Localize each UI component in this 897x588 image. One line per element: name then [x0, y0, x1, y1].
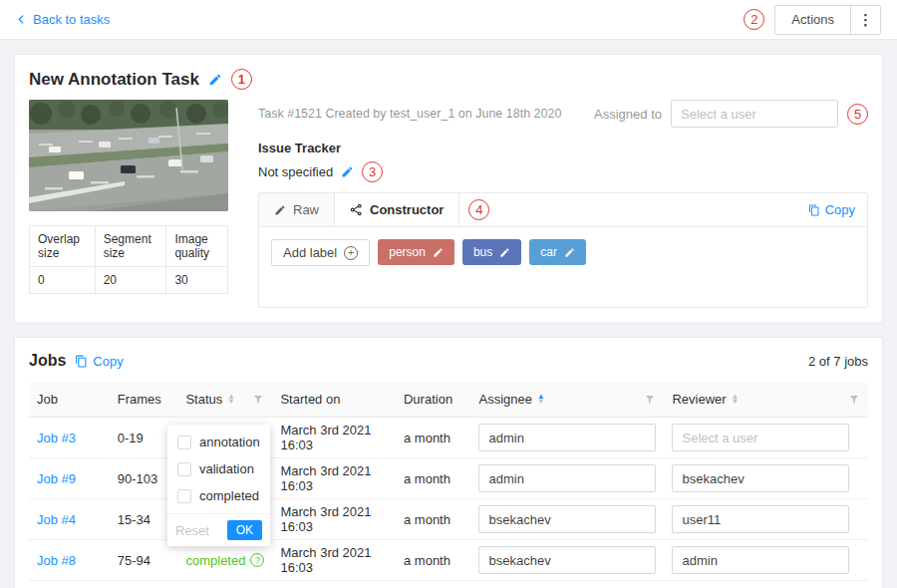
assigned-to-label: Assigned to [594, 107, 662, 122]
copy-icon [808, 204, 820, 216]
jobs-count: 2 of 7 jobs [808, 354, 868, 369]
annotation-circle-4: 4 [468, 199, 489, 220]
param-value: 0 [30, 267, 96, 294]
caret-down-icon: ▼ [227, 400, 234, 405]
label-name: car [540, 245, 557, 259]
frames-value: 15-34 [118, 512, 150, 527]
col-duration: Duration [404, 392, 452, 407]
add-label-button[interactable]: Add label + [271, 239, 370, 266]
annotation-circle-1: 1 [231, 69, 252, 90]
issue-tracker-value: Not specified [258, 164, 333, 179]
reset-button[interactable]: Reset [175, 523, 209, 538]
caret-down-icon: ▼ [537, 400, 544, 405]
job-link[interactable]: Job #8 [37, 553, 76, 568]
caret-down-icon: ▼ [732, 400, 739, 405]
reviewer-input[interactable] [672, 546, 849, 574]
edit-label-icon[interactable] [433, 247, 444, 258]
assignee-input[interactable] [478, 546, 656, 574]
sort-reviewer[interactable]: ▲▼ [732, 395, 739, 404]
option-label: completed [199, 488, 259, 503]
tab-raw-label: Raw [293, 202, 319, 217]
task-meta-text: Task #1521 Created by test_user_1 on Jun… [258, 107, 561, 121]
status-filter-dropdown: annotation validation completed Reset OK [167, 425, 270, 546]
table-row: Job #8 75-94 completed ? March 3rd 2021 … [29, 540, 868, 581]
more-actions-button[interactable]: ⋮ [851, 5, 881, 35]
task-parameters-table: Overlap size Segment size Image quality … [29, 225, 228, 294]
copy-icon [75, 355, 88, 368]
status-value: completed ? [185, 553, 264, 568]
actions-button-group: Actions ⋮ [774, 5, 881, 35]
reviewer-input[interactable] [672, 505, 849, 533]
frames-value: 75-94 [118, 553, 150, 568]
chevron-left-icon [16, 14, 27, 25]
question-circle-icon[interactable]: ? [250, 553, 264, 567]
plus-circle-icon: + [344, 246, 358, 260]
label-name: bus [473, 245, 492, 259]
pencil-icon [274, 204, 286, 216]
assigned-to-input[interactable] [671, 100, 838, 128]
status-filter-option-completed[interactable]: completed [167, 482, 270, 509]
sort-status[interactable]: ▲▼ [227, 395, 234, 404]
reviewer-input[interactable] [672, 464, 849, 492]
label-name: person [389, 245, 426, 259]
param-value: 20 [95, 267, 166, 294]
col-started-on: Started on [280, 392, 340, 407]
copy-labels-link[interactable]: Copy [808, 193, 867, 226]
filter-reviewer-icon[interactable] [848, 394, 860, 406]
col-frames: Frames [118, 392, 161, 407]
edit-task-name-icon[interactable] [208, 73, 222, 87]
annotation-circle-3: 3 [362, 161, 383, 182]
reviewer-input[interactable] [672, 424, 849, 451]
top-bar: Back to tasks 2 Actions ⋮ [0, 0, 897, 40]
assignee-input[interactable] [478, 464, 656, 492]
tab-constructor-label: Constructor [370, 202, 444, 217]
filter-assignee-icon[interactable] [644, 394, 656, 406]
col-reviewer: Reviewer [672, 392, 726, 407]
param-header: Image quality [166, 226, 228, 267]
frames-value: 0-19 [118, 431, 144, 445]
label-chip-person[interactable]: person [378, 239, 454, 265]
checkbox[interactable] [177, 489, 191, 503]
tab-raw[interactable]: Raw [259, 193, 335, 226]
param-header: Segment size [95, 226, 166, 267]
col-job: Job [37, 392, 58, 407]
jobs-table: Job Frames Status ▲▼ Started on Duration… [29, 382, 868, 581]
option-label: annotation [199, 435, 260, 449]
edit-label-icon[interactable] [499, 247, 510, 258]
annotation-circle-2: 2 [744, 9, 764, 30]
edit-issue-tracker-icon[interactable] [341, 165, 354, 178]
checkbox[interactable] [177, 436, 191, 449]
label-chip-car[interactable]: car [529, 239, 586, 265]
copy-jobs-label: Copy [93, 354, 123, 369]
task-preview-image [29, 100, 228, 211]
table-row: Job #9 90-103 March 3rd 2021 16:03 a mon… [29, 458, 868, 499]
jobs-title: Jobs [29, 352, 66, 370]
edit-label-icon[interactable] [564, 247, 575, 258]
status-filter-option-validation[interactable]: validation [167, 455, 270, 482]
copy-jobs-link[interactable]: Copy [75, 354, 123, 369]
checkbox[interactable] [177, 462, 191, 476]
jobs-card: Jobs Copy 2 of 7 jobs Job Frames Status … [14, 337, 883, 588]
job-link[interactable]: Job #9 [37, 471, 76, 486]
annotation-circle-5: 5 [847, 104, 868, 125]
started-value: March 3rd 2021 16:03 [280, 545, 371, 575]
constructor-icon [350, 203, 363, 216]
sort-assignee[interactable]: ▲▼ [537, 395, 544, 404]
ok-button[interactable]: OK [227, 520, 262, 540]
status-filter-option-annotation[interactable]: annotation [167, 429, 270, 455]
back-to-tasks-label: Back to tasks [33, 12, 110, 27]
frames-value: 90-103 [118, 471, 157, 486]
job-link[interactable]: Job #3 [37, 431, 76, 445]
filter-status-icon[interactable] [252, 394, 264, 406]
job-link[interactable]: Job #4 [37, 512, 76, 527]
param-header: Overlap size [30, 226, 96, 267]
actions-button[interactable]: Actions [774, 5, 851, 35]
tab-constructor[interactable]: Constructor [335, 193, 459, 226]
duration-value: a month [404, 431, 450, 445]
assignee-input[interactable] [478, 424, 656, 451]
label-chip-bus[interactable]: bus [462, 239, 521, 265]
back-to-tasks-link[interactable]: Back to tasks [16, 12, 110, 27]
labels-editor: Raw Constructor 4 Copy Add label [258, 192, 868, 308]
assignee-input[interactable] [478, 505, 656, 533]
started-value: March 3rd 2021 16:03 [280, 423, 371, 452]
